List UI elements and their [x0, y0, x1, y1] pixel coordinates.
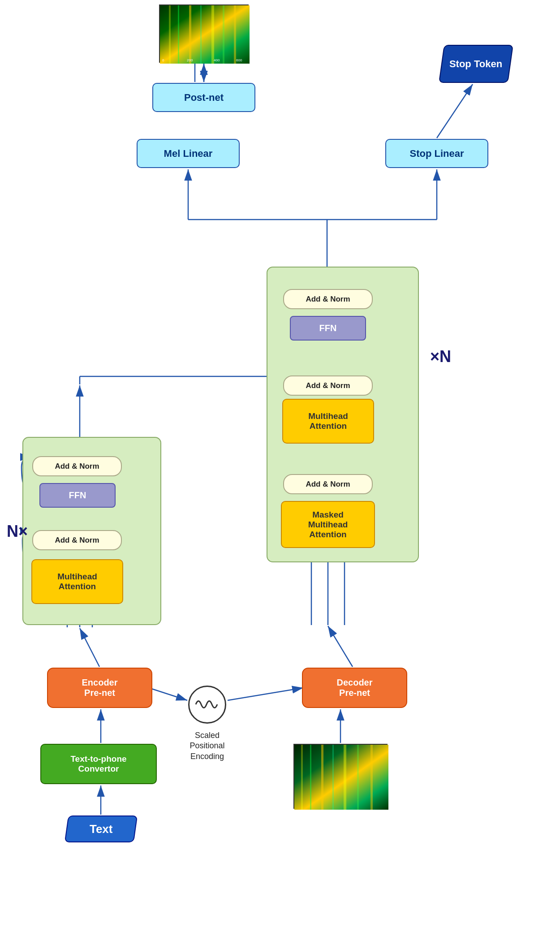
dec-ffn-box: FFN — [290, 316, 366, 341]
svg-line-23 — [328, 626, 353, 667]
enc-addnorm1-box: Add & Norm — [32, 456, 122, 476]
stop-token-box: Stop Token — [439, 45, 513, 83]
nx-right-label: ×N — [430, 347, 451, 366]
svg-rect-44 — [189, 5, 191, 64]
diagram-container: 0 200 400 600 Post-net Stop Token Mel Li… — [0, 0, 560, 945]
mel-linear-box: Mel Linear — [137, 139, 240, 168]
svg-rect-57 — [332, 745, 334, 810]
svg-line-37 — [149, 688, 187, 700]
svg-rect-60 — [370, 745, 373, 810]
svg-rect-45 — [200, 5, 202, 64]
svg-text:400: 400 — [214, 58, 220, 62]
svg-text:600: 600 — [236, 58, 242, 62]
text-box: Text — [65, 816, 138, 842]
enc-multihead-box: MultiheadAttention — [31, 559, 123, 604]
postnet-box: Post-net — [152, 83, 255, 112]
dec-addnorm3-box: Add & Norm — [283, 474, 373, 494]
spe-circle — [188, 686, 226, 724]
svg-line-31 — [80, 628, 99, 667]
svg-rect-54 — [301, 745, 303, 810]
dec-addnorm2-box: Add & Norm — [283, 375, 373, 396]
dec-multihead-box: MultiheadAttention — [282, 399, 374, 444]
svg-line-38 — [228, 688, 303, 700]
spe-label: ScaledPositionalEncoding — [172, 730, 242, 762]
enc-ffn-box: FFN — [39, 483, 116, 508]
svg-rect-56 — [321, 745, 323, 810]
svg-rect-53 — [294, 745, 388, 810]
svg-rect-59 — [357, 745, 359, 810]
spectrogram-bottom — [293, 744, 388, 809]
spectrogram-top: 0 200 400 600 — [159, 4, 249, 63]
text2phone-box: Text-to-phoneConvertor — [40, 744, 157, 784]
decoder-prenet-box: DecoderPre-net — [302, 668, 407, 708]
svg-rect-48 — [234, 5, 236, 64]
svg-line-5 — [437, 84, 473, 138]
svg-rect-55 — [310, 745, 311, 810]
dec-masked-box: MaskedMultiheadAttention — [281, 501, 375, 548]
svg-rect-58 — [344, 745, 346, 810]
enc-addnorm2-box: Add & Norm — [32, 530, 122, 550]
stop-linear-box: Stop Linear — [385, 139, 488, 168]
dec-addnorm1-box: Add & Norm — [283, 289, 373, 309]
svg-text:0: 0 — [162, 58, 164, 62]
svg-rect-46 — [211, 5, 214, 64]
svg-rect-43 — [178, 5, 179, 64]
svg-rect-47 — [223, 5, 224, 64]
svg-text:200: 200 — [187, 58, 193, 62]
svg-rect-42 — [169, 5, 171, 64]
encoder-prenet-box: EncoderPre-net — [47, 668, 152, 708]
nx-left-label: N× — [7, 522, 28, 541]
